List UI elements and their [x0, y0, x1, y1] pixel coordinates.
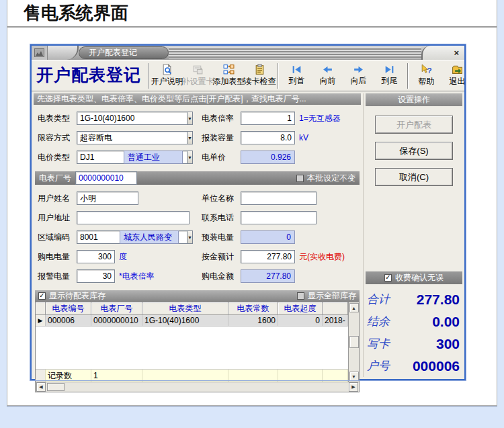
- horizontal-scrollbar[interactable]: ◀ ▶: [36, 382, 359, 392]
- button-label: 添加表型: [213, 76, 245, 87]
- open-help-button[interactable]: 开户说明: [152, 61, 182, 90]
- cell-start-reading: 0: [278, 315, 323, 326]
- show-all-label: 显示全部库存: [308, 290, 356, 302]
- title-bar: 开户配表登记 ×: [32, 46, 464, 60]
- org-name-input[interactable]: [241, 191, 317, 205]
- close-button[interactable]: ×: [454, 48, 459, 57]
- user-name-input[interactable]: [77, 191, 138, 205]
- horizontal-scroll-thumb[interactable]: [47, 383, 65, 391]
- user-name-label: 用户姓名: [38, 193, 77, 204]
- col-header[interactable]: 电表类型: [142, 302, 228, 315]
- account-no-value: 000006: [413, 358, 460, 374]
- meter-type-label: 电表类型: [38, 113, 77, 124]
- alarm-qty-note: *电表倍率: [119, 271, 155, 282]
- scroll-right-icon[interactable]: ▶: [349, 382, 358, 392]
- stock-filter-bar: 显示待配表库存 显示全部库存: [35, 290, 360, 302]
- scroll-up-icon[interactable]: ▲: [349, 303, 359, 312]
- batch-fixed-checkbox[interactable]: [296, 175, 304, 182]
- page-card: 售电系统界面 开户配表登记 × 开户配表登记: [7, 0, 497, 406]
- nav-next-icon: [353, 65, 364, 75]
- area-code-select[interactable]: ▼: [77, 230, 116, 244]
- form-row: 电表类型 ▼ 电表倍率 1=无互感器: [38, 112, 360, 125]
- nav-first-icon: [291, 65, 302, 75]
- footer-cell: [142, 370, 228, 382]
- show-all-checkbox[interactable]: [297, 292, 304, 300]
- alarm-qty-label: 报警电量: [38, 271, 77, 282]
- save-button[interactable]: 保存(S): [375, 142, 453, 160]
- table-row[interactable]: ▶ 000006 0000000010 1G-10(40)1600 1600 0…: [36, 315, 348, 327]
- add-meter-type-button[interactable]: 添加表型: [214, 61, 244, 90]
- chevron-down-icon[interactable]: ▼: [187, 131, 193, 144]
- go-prev-button[interactable]: 向前: [312, 61, 343, 90]
- scroll-left-icon[interactable]: ◀: [36, 382, 46, 392]
- show-pending-checkbox[interactable]: [38, 292, 46, 300]
- go-last-button[interactable]: 到尾: [374, 61, 405, 90]
- cancel-button[interactable]: 取消(C): [375, 168, 453, 186]
- row-marker-header: [36, 302, 46, 315]
- stock-grid: 电表编号 电表厂号 电表类型 电表常数 电表起度 ▶ 000006 000000…: [36, 302, 348, 382]
- titlebar-grip[interactable]: [169, 47, 421, 58]
- col-header[interactable]: 电表厂号: [91, 302, 142, 315]
- dialog-body: 先选择电表类型、电表倍率、电价类型等后点击[开户配表]，查找电表厂号... 电表…: [32, 91, 464, 379]
- buy-qty-input[interactable]: [77, 250, 115, 263]
- scroll-down-icon[interactable]: ▼: [349, 372, 359, 381]
- form-row: 电价类型 ▼ 普通工业 电单价 0.926: [38, 151, 360, 164]
- toolbar: 开户配表登记 开户说明 补设置卡 添加表型: [32, 60, 464, 91]
- form-row: 限容方式 ▼ 报装容量 kV: [38, 131, 360, 144]
- address-label: 用户地址: [38, 212, 77, 224]
- vertical-scrollbar[interactable]: ▲ ▼: [348, 302, 359, 382]
- go-first-button[interactable]: 到首: [282, 61, 312, 90]
- action-panel: 设置操作 开户配表 保存(S) 取消(C) 收费确认无误 合计 277.80 结…: [363, 93, 462, 377]
- window-system-icon[interactable]: [32, 46, 48, 60]
- cell-meter-type: 1G-10(40)1600: [142, 315, 228, 326]
- col-header[interactable]: 电表常数: [228, 302, 278, 315]
- reset-card-button[interactable]: 补设置卡: [183, 61, 213, 90]
- button-label: 向前: [320, 75, 336, 87]
- button-label: 补设置卡: [182, 76, 214, 87]
- by-amount-note: 元(实收电费): [299, 251, 345, 263]
- dialog-window: 开户配表登记 × 开户配表登记 开户说明 补设置卡: [30, 44, 466, 380]
- chevron-down-icon[interactable]: ▼: [187, 112, 193, 125]
- limit-mode-select[interactable]: ▼: [77, 131, 182, 144]
- fee-confirm-checkbox[interactable]: [384, 274, 392, 282]
- factory-no-label: 电表厂号: [39, 173, 71, 184]
- table-empty-area: [36, 327, 348, 369]
- account-no-row: 户号 000006: [366, 355, 462, 377]
- panel-spacer: [366, 194, 462, 271]
- col-header[interactable]: 电表编号: [46, 302, 91, 315]
- form-row: 用户姓名 单位名称: [38, 191, 360, 205]
- meter-type-select[interactable]: ▼: [77, 112, 182, 125]
- exit-button[interactable]: 退出: [442, 61, 472, 90]
- help-button[interactable]: ? 帮助: [411, 61, 442, 90]
- capacity-input[interactable]: [241, 131, 295, 144]
- button-label: 到首: [289, 75, 305, 87]
- phone-input[interactable]: [241, 211, 317, 224]
- meter-ratio-input[interactable]: [241, 112, 295, 125]
- add-type-icon: [223, 64, 235, 75]
- go-next-button[interactable]: 向后: [343, 61, 374, 90]
- open-account-button[interactable]: 开户配表: [375, 116, 453, 134]
- area-code-label: 区域编码: [38, 232, 77, 243]
- factory-no-input[interactable]: [75, 171, 137, 185]
- confirm-bar: 收费确认无误: [366, 271, 462, 284]
- col-header[interactable]: [323, 302, 348, 315]
- address-input[interactable]: [77, 211, 190, 224]
- vertical-scroll-thumb[interactable]: [349, 336, 359, 348]
- limit-mode-value[interactable]: [77, 131, 187, 144]
- col-header[interactable]: 电表起度: [278, 302, 323, 315]
- panel-title-text: 设置操作: [398, 94, 430, 105]
- form-column: 先选择电表类型、电表倍率、电价类型等后点击[开户配表]，查找电表厂号... 电表…: [34, 93, 361, 377]
- alarm-qty-input[interactable]: [77, 269, 115, 283]
- factory-no-bar: 电表厂号 本批设定不变: [35, 171, 360, 185]
- window-title-text: 开户配表登记: [89, 47, 137, 58]
- hint-bar: 先选择电表类型、电表倍率、电价类型等后点击[开户配表]，查找电表厂号...: [34, 93, 361, 105]
- read-card-check-button[interactable]: 读卡检查: [245, 61, 275, 90]
- by-amount-input[interactable]: [241, 250, 295, 263]
- chevron-down-icon[interactable]: ▼: [187, 151, 193, 164]
- meter-type-value[interactable]: [77, 112, 187, 125]
- phone-label: 联系电话: [202, 212, 241, 224]
- price-type-select[interactable]: ▼: [77, 151, 120, 164]
- chevron-down-icon[interactable]: ▼: [187, 230, 193, 244]
- button-label: 开户说明: [151, 76, 183, 87]
- cell-meter-no: 000006: [46, 315, 91, 326]
